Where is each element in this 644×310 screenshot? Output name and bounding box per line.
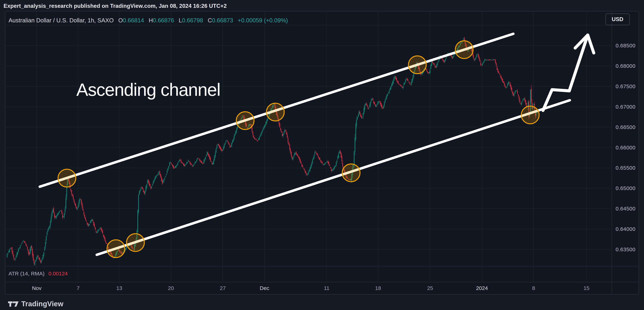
touchpoint-highlight-circles[interactable] [58, 41, 539, 258]
touchpoint-circle[interactable] [126, 234, 144, 252]
touchpoint-circle[interactable] [455, 41, 473, 58]
ohlc-high-label: H [148, 17, 153, 24]
ohlc-low: L0.66798 [179, 17, 203, 24]
symbol-title-row[interactable]: Australian Dollar / U.S. Dollar, 1h, SAX… [8, 16, 288, 24]
touchpoint-circle[interactable] [342, 164, 360, 182]
touchpoint-circle[interactable] [58, 169, 76, 187]
projection-arrow[interactable] [543, 35, 594, 110]
ohlc-close-value: 0.66873 [212, 17, 233, 24]
ohlc-open-value: 0.66814 [123, 17, 144, 24]
symbol-title[interactable]: Australian Dollar / U.S. Dollar, 1h, SAX… [8, 17, 114, 24]
tradingview-published-chart-page: { "header": { "text": "Expert_analysis_r… [0, 0, 644, 310]
ohlc-high-value: 0.66876 [153, 17, 174, 24]
ohlc-low-label: L [179, 17, 182, 24]
ohlc-high: H0.66876 [148, 17, 174, 24]
atr-indicator-value: 0.00124 [48, 270, 68, 277]
chart-canvas[interactable] [0, 0, 644, 310]
ohlc-close-label: C [208, 17, 212, 24]
tradingview-logo-icon [8, 299, 19, 308]
ohlc-low-value: 0.66798 [182, 17, 203, 24]
tradingview-logo-text: TradingView [21, 300, 63, 308]
tradingview-logo[interactable]: TradingView [8, 299, 63, 309]
pane-separators [5, 11, 639, 294]
touchpoint-circle[interactable] [107, 240, 125, 258]
touchpoint-circle[interactable] [521, 106, 539, 124]
ohlc-open: O0.66814 [118, 17, 144, 24]
touchpoint-circle[interactable] [408, 56, 426, 74]
price-change-badge: +0.00059 (+0.09%) [238, 17, 288, 24]
ohlc-close: C0.66873 [208, 17, 233, 24]
channel-lower-trendline[interactable] [97, 100, 570, 255]
candles-layer [7, 37, 537, 266]
ascending-channel-annotation-text[interactable]: Ascending channel [76, 80, 220, 100]
currency-usd-button[interactable]: USD [606, 14, 630, 25]
ohlc-open-label: O [118, 17, 123, 24]
atr-indicator-row[interactable]: ATR (14, RMA) 0.00124 [8, 270, 68, 277]
grid-layer [5, 11, 612, 282]
touchpoint-circle[interactable] [236, 112, 254, 130]
projection-arrow-shaft[interactable] [543, 35, 588, 110]
atr-indicator-label[interactable]: ATR (14, RMA) [8, 270, 44, 277]
touchpoint-circle[interactable] [266, 103, 284, 121]
